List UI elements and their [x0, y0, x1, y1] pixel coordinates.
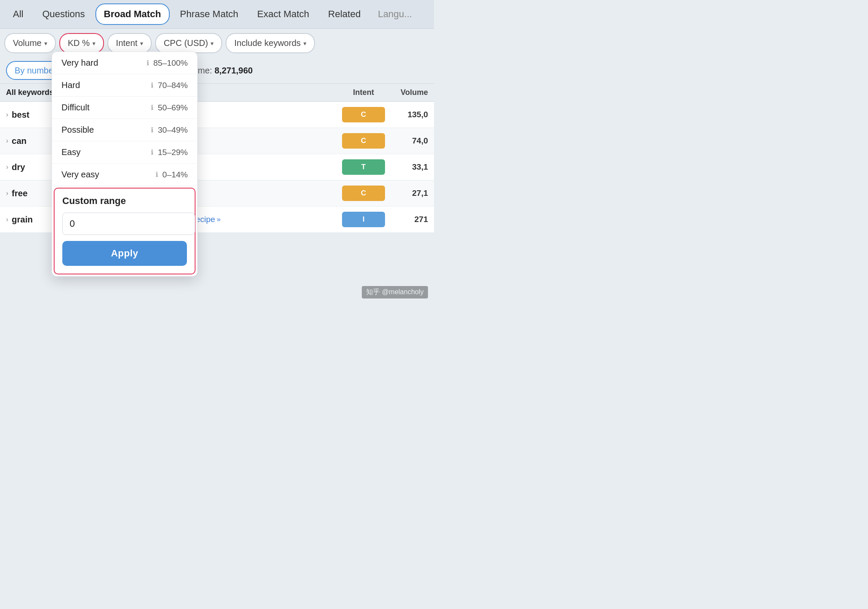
dropdown-item[interactable]: Difficult ℹ 50–69%: [52, 97, 197, 119]
dropdown-item[interactable]: Very hard ℹ 85–100%: [52, 52, 197, 74]
row-expand-icon[interactable]: ›: [6, 111, 8, 119]
row-keyword-group-label: free: [12, 189, 28, 198]
info-icon: ℹ: [147, 59, 149, 67]
intent-badge: C: [342, 186, 385, 201]
tab-questions[interactable]: Questions: [34, 3, 93, 25]
custom-range-title: Custom range: [62, 195, 187, 207]
by-number-label: By number: [15, 66, 56, 76]
row-expand-icon[interactable]: ›: [6, 137, 8, 145]
volume-filter-label: Volume: [13, 38, 42, 48]
row-expand-icon[interactable]: ›: [6, 163, 8, 171]
apply-button[interactable]: Apply: [62, 241, 187, 266]
cpc-filter-label: CPC (USD): [164, 38, 208, 48]
intent-badge: C: [342, 107, 385, 122]
volume-chevron-icon: ▾: [44, 40, 47, 47]
include-keywords-chevron-icon: ▾: [303, 40, 306, 47]
custom-range-inputs: [62, 213, 187, 235]
tab-exact-match[interactable]: Exact Match: [249, 3, 318, 25]
difficulty-label: Hard: [61, 80, 147, 90]
tab-language[interactable]: Langu...: [371, 3, 419, 25]
kd-dropdown: Very hard ℹ 85–100% Hard ℹ 70–84% Diffic…: [52, 52, 198, 277]
kd-filter-label: KD %: [68, 38, 90, 48]
range-label: 50–69%: [158, 103, 188, 113]
row-keyword-group-label: best: [12, 110, 29, 120]
row-expand-icon[interactable]: ›: [6, 216, 8, 223]
row-volume: 27,1: [385, 189, 428, 198]
dropdown-item[interactable]: Possible ℹ 30–49%: [52, 119, 197, 141]
range-label: 85–100%: [153, 58, 188, 68]
dropdown-item[interactable]: Very easy ℹ 0–14%: [52, 164, 197, 186]
difficulty-label: Very hard: [61, 58, 142, 68]
intent-chevron-icon: ▾: [140, 40, 143, 47]
cpc-chevron-icon: ▾: [211, 40, 214, 47]
kd-chevron-icon: ▾: [92, 40, 95, 47]
intent-badge: T: [342, 159, 385, 175]
info-icon: ℹ: [156, 171, 158, 179]
row-intent-cell: C: [342, 133, 385, 149]
kd-filter-button[interactable]: KD % ▾: [59, 33, 104, 53]
row-intent-cell: C: [342, 107, 385, 122]
custom-range-section: Custom range Apply: [54, 188, 196, 274]
row-volume: 74,0: [385, 136, 428, 146]
volume-filter-button[interactable]: Volume ▾: [4, 33, 56, 53]
range-label: 70–84%: [158, 81, 188, 90]
intent-badge: I: [342, 212, 385, 227]
intent-filter-label: Intent: [116, 38, 138, 48]
tab-related[interactable]: Related: [320, 3, 370, 25]
tab-bar: All Questions Broad Match Phrase Match E…: [0, 0, 434, 29]
custom-range-from-input[interactable]: [62, 213, 195, 235]
range-label: 30–49%: [158, 125, 188, 135]
tab-broad-match[interactable]: Broad Match: [95, 3, 170, 25]
tab-all[interactable]: All: [4, 3, 32, 25]
row-intent-cell: T: [342, 159, 385, 175]
row-intent-cell: I: [342, 212, 385, 227]
watermark: 知乎 @melancholy: [362, 286, 428, 298]
range-label: 15–29%: [158, 148, 188, 157]
difficulty-label: Possible: [61, 125, 147, 135]
info-icon: ℹ: [151, 81, 153, 89]
info-icon: ℹ: [151, 126, 153, 134]
col-volume: Volume: [385, 88, 428, 97]
info-icon: ℹ: [151, 104, 153, 112]
info-icon: ℹ: [151, 148, 153, 156]
row-keyword-group-label: dry: [12, 162, 25, 172]
col-intent: Intent: [342, 88, 385, 97]
intent-badge: C: [342, 133, 385, 149]
difficulty-label: Very easy: [61, 170, 151, 180]
cpc-filter-button[interactable]: CPC (USD) ▾: [155, 33, 222, 53]
tab-phrase-match[interactable]: Phrase Match: [171, 3, 247, 25]
dropdown-item[interactable]: Hard ℹ 70–84%: [52, 74, 197, 97]
row-volume: 135,0: [385, 110, 428, 119]
row-volume: 33,1: [385, 162, 428, 172]
include-keywords-label: Include keywords: [234, 38, 301, 48]
difficulty-label: Difficult: [61, 103, 147, 113]
row-expand-icon[interactable]: ›: [6, 189, 8, 197]
volume-count: 8,271,960: [214, 66, 253, 75]
row-keyword-group-label: grain: [12, 215, 33, 225]
difficulty-label: Easy: [61, 147, 147, 157]
intent-filter-button[interactable]: Intent ▾: [107, 33, 152, 53]
dropdown-item[interactable]: Easy ℹ 15–29%: [52, 141, 197, 164]
range-label: 0–14%: [162, 170, 188, 180]
row-intent-cell: C: [342, 186, 385, 201]
row-volume: 271: [385, 215, 428, 224]
include-keywords-filter-button[interactable]: Include keywords ▾: [226, 33, 315, 53]
row-keyword-group-label: can: [12, 136, 26, 146]
keyword-navigate-icon[interactable]: »: [217, 216, 221, 223]
